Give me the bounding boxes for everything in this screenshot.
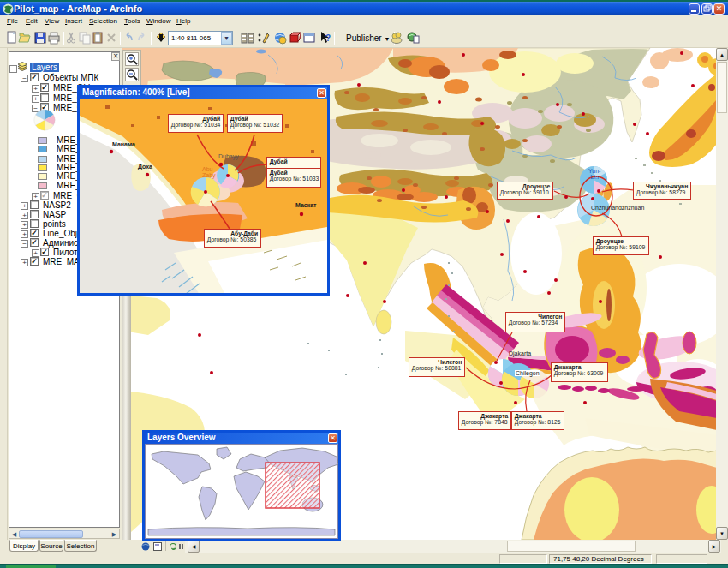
svg-text:?: ? [325, 33, 331, 43]
